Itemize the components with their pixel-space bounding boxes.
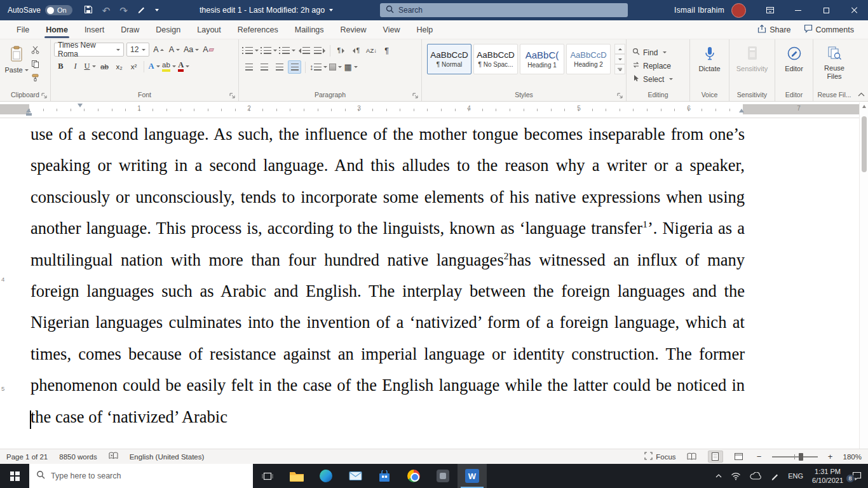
share-button[interactable]: Share	[757, 24, 790, 35]
shading-button[interactable]	[329, 60, 342, 74]
reuse-files-button[interactable]: Reuse Files	[815, 41, 853, 90]
tab-draw[interactable]: Draw	[112, 20, 147, 39]
first-line-indent-marker[interactable]	[78, 104, 83, 107]
document-canvas[interactable]: use of a second language. As such, the i…	[0, 118, 859, 449]
tab-insert[interactable]: Insert	[76, 20, 112, 39]
cut-button[interactable]	[31, 45, 39, 57]
subscript-button[interactable]: x₂	[112, 60, 126, 73]
left-to-right-text-button[interactable]: ¶	[334, 44, 348, 57]
line-spacing-button[interactable]: ↕	[309, 60, 327, 74]
redo-icon[interactable]: ↷	[119, 6, 128, 15]
horizontal-ruler[interactable]: 1 2 3 4 5 6 7	[0, 102, 868, 118]
italic-button[interactable]: I	[69, 60, 82, 73]
network-icon[interactable]	[731, 472, 741, 480]
tray-chevron-icon[interactable]	[715, 474, 722, 478]
font-dialog-launcher-icon[interactable]	[229, 93, 236, 99]
tab-references[interactable]: References	[229, 20, 287, 39]
dictate-button[interactable]: Dictate	[692, 41, 727, 90]
select-button[interactable]: Select	[632, 74, 673, 84]
align-right-button[interactable]	[273, 60, 286, 74]
hanging-indent-marker[interactable]	[26, 109, 31, 112]
minimize-button[interactable]	[784, 0, 812, 20]
show-hide-paragraph-button[interactable]: ¶	[380, 44, 393, 57]
sort-button[interactable]: AZ↓	[365, 44, 378, 57]
paste-button[interactable]: Paste	[2, 41, 31, 90]
right-indent-marker[interactable]	[739, 109, 744, 112]
highlight-button[interactable]: ab	[162, 60, 176, 73]
clear-formatting-button[interactable]: A	[201, 43, 215, 57]
scrollbar-thumb[interactable]	[862, 116, 867, 172]
tab-view[interactable]: View	[375, 20, 409, 39]
paragraph-dialog-launcher-icon[interactable]	[412, 93, 419, 99]
search-input[interactable]	[398, 6, 622, 15]
change-case-button[interactable]: Aa	[184, 43, 199, 57]
ribbon-display-options-icon[interactable]	[756, 0, 784, 20]
proofing-icon[interactable]	[109, 452, 118, 461]
zoom-slider-thumb[interactable]	[799, 453, 803, 461]
styles-scroll-up-icon[interactable]	[614, 44, 625, 54]
borders-button[interactable]: ▦	[344, 60, 358, 74]
replace-button[interactable]: Replace	[632, 61, 673, 71]
left-indent-marker[interactable]	[26, 113, 32, 116]
superscript-button[interactable]: x²	[127, 60, 140, 73]
avatar[interactable]	[731, 3, 746, 18]
underline-button[interactable]: U	[83, 60, 97, 73]
undo-icon[interactable]: ↶	[102, 6, 111, 15]
user-name[interactable]: Ismail Ibrahim	[674, 6, 724, 15]
text-effects-button[interactable]: A	[147, 60, 161, 73]
vertical-scrollbar[interactable]	[859, 102, 868, 449]
mail-icon[interactable]	[341, 464, 370, 488]
pen-icon[interactable]	[137, 5, 146, 15]
tab-mailings[interactable]: Mailings	[287, 20, 332, 39]
file-explorer-icon[interactable]	[282, 464, 311, 488]
tab-file[interactable]: File	[8, 20, 37, 39]
edge-icon[interactable]	[311, 464, 341, 488]
titlebar-search-box[interactable]	[380, 3, 628, 17]
focus-button[interactable]: Focus	[644, 452, 675, 461]
format-painter-button[interactable]	[31, 73, 39, 85]
collapse-ribbon-icon[interactable]	[858, 88, 865, 99]
styles-scroll-down-icon[interactable]	[614, 54, 625, 64]
taskbar-search-input[interactable]	[51, 471, 246, 480]
bullets-button[interactable]	[242, 44, 259, 57]
increase-indent-button[interactable]	[313, 44, 326, 57]
close-button[interactable]	[840, 0, 868, 20]
word-count[interactable]: 8850 words	[59, 453, 97, 461]
font-family-select[interactable]: Times New Roma	[54, 43, 124, 57]
microsoft-store-icon[interactable]	[370, 464, 399, 488]
align-left-button[interactable]	[242, 60, 255, 74]
tab-layout[interactable]: Layout	[189, 20, 229, 39]
zoom-out-button[interactable]: −	[755, 452, 764, 461]
zoom-slider[interactable]	[772, 456, 818, 458]
read-mode-button[interactable]	[684, 451, 700, 463]
chrome-icon[interactable]	[399, 464, 428, 488]
language-indicator[interactable]: English (United States)	[130, 453, 205, 461]
print-layout-button[interactable]	[708, 451, 723, 463]
web-layout-button[interactable]	[731, 451, 747, 463]
tab-home[interactable]: Home	[37, 20, 76, 39]
tab-design[interactable]: Design	[147, 20, 189, 39]
style-no-spacing[interactable]: AaBbCcD ¶ No Spac...	[473, 44, 518, 74]
clock[interactable]: 1:31 PM6/10/2021	[812, 467, 843, 485]
style-heading-1[interactable]: AaBbC( Heading 1	[520, 44, 564, 74]
styles-dialog-launcher-icon[interactable]	[617, 93, 623, 99]
copy-button[interactable]	[31, 59, 39, 71]
align-center-button[interactable]	[257, 60, 271, 74]
find-button[interactable]: Find	[632, 48, 673, 57]
font-size-select[interactable]: 12	[126, 43, 149, 57]
style-normal[interactable]: AaBbCcD ¶ Normal	[427, 44, 471, 74]
task-view-button[interactable]	[253, 464, 282, 488]
tab-help[interactable]: Help	[408, 20, 441, 39]
action-center-icon[interactable]: 8	[852, 471, 862, 480]
shrink-font-button[interactable]: A	[168, 43, 181, 57]
maximize-button[interactable]	[812, 0, 840, 20]
document-title[interactable]: thesis edit 1 - Last Modified: 2h ago	[200, 6, 333, 15]
document-paragraph[interactable]: use of a second language. As such, the i…	[31, 119, 745, 433]
zoom-level[interactable]: 180%	[843, 453, 862, 461]
scroll-up-icon[interactable]	[862, 105, 866, 108]
multilevel-list-button[interactable]	[279, 44, 295, 57]
grow-font-button[interactable]: A	[152, 43, 165, 57]
autosave-pill[interactable]: On	[45, 5, 72, 15]
page-indicator[interactable]: Page 1 of 21	[6, 453, 48, 461]
styles-more-icon[interactable]	[614, 64, 625, 74]
